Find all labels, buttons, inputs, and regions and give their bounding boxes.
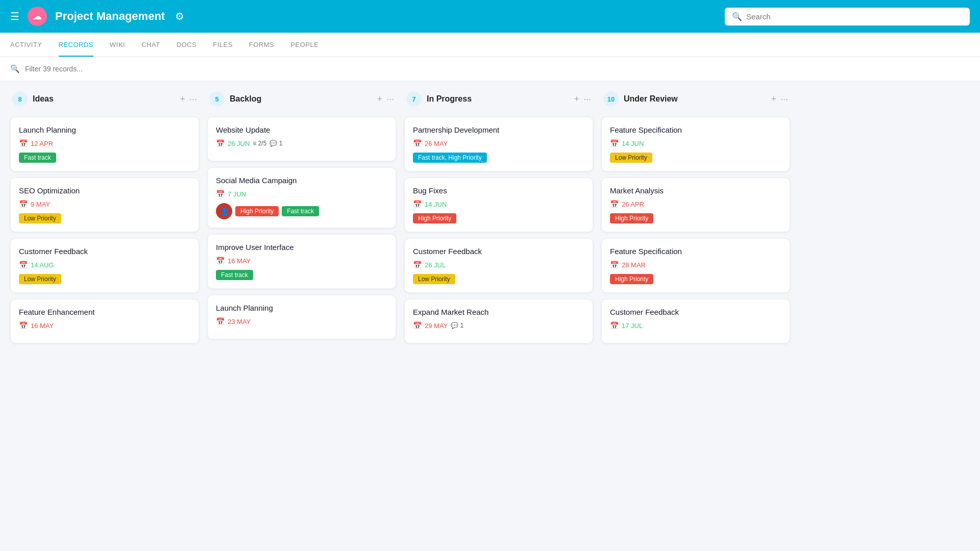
menu-icon[interactable]: ☰	[10, 10, 19, 22]
column-actions-in-progress[interactable]: + ···	[574, 94, 591, 105]
more-options-icon[interactable]: ···	[386, 94, 394, 105]
badge-low-priority: Low Priority	[413, 274, 455, 284]
search-input[interactable]	[746, 12, 963, 21]
tab-files[interactable]: FILES	[213, 33, 233, 57]
card-title: Feature Specification	[610, 247, 781, 256]
tab-docs[interactable]: DOCS	[177, 33, 197, 57]
badge-high-priority: High Priority	[610, 274, 653, 284]
column-title-ideas: Ideas	[33, 94, 175, 104]
add-card-icon[interactable]: +	[180, 94, 185, 105]
column-actions-backlog[interactable]: + ···	[377, 94, 394, 105]
table-row[interactable]: Expand Market Reach 📅 29 MAY 💬 1	[404, 299, 593, 343]
badge-fast-track: Fast track	[282, 206, 319, 216]
date-value: 16 MAY	[228, 257, 251, 265]
table-row[interactable]: Customer Feedback 📅 17 JUL	[601, 299, 790, 343]
card-meta: Low Priority	[19, 213, 190, 223]
table-row[interactable]: Bug Fixes 📅 14 JUN High Priority	[404, 178, 593, 232]
table-row[interactable]: Social Media Campaign 📅 7 JUN 👤 High Pri…	[207, 167, 396, 228]
more-options-icon[interactable]: ···	[780, 94, 788, 105]
date-value: 16 MAY	[31, 322, 54, 330]
card-title: Expand Market Reach	[413, 308, 584, 316]
comment-count: 💬 1	[451, 322, 463, 329]
add-card-icon[interactable]: +	[574, 94, 579, 105]
card-title: Customer Feedback	[413, 247, 584, 256]
card-title: SEO Optimization	[19, 186, 190, 195]
column-count-ideas: 8	[12, 91, 28, 107]
column-actions-under-review[interactable]: + ···	[771, 94, 788, 105]
table-row[interactable]: Customer Feedback 📅 26 JUL Low Priority	[404, 238, 593, 293]
avatar: 👤	[216, 203, 232, 219]
table-row[interactable]: Website Update 📅 26 JUN ≡ 2/5💬 1	[207, 117, 396, 161]
date-value: 28 MAR	[622, 261, 646, 269]
badge-low-priority: Low Priority	[19, 213, 61, 223]
calendar-icon: 📅	[216, 257, 225, 265]
card-date: 📅 26 JUN ≡ 2/5💬 1	[216, 139, 387, 147]
table-row[interactable]: Feature Specification 📅 14 JUN Low Prior…	[601, 117, 790, 171]
calendar-icon: 📅	[19, 321, 28, 330]
date-value: 7 JUN	[228, 190, 246, 198]
card-meta: Low Priority	[19, 274, 190, 284]
more-options-icon[interactable]: ···	[583, 94, 591, 105]
badge-low-priority: Low Priority	[610, 153, 652, 163]
date-value: 9 MAY	[31, 201, 50, 208]
calendar-icon: 📅	[610, 321, 619, 330]
filter-bar: 🔍	[0, 57, 980, 81]
table-row[interactable]: Partnership Development 📅 26 MAY Fast tr…	[404, 117, 593, 171]
add-card-icon[interactable]: +	[771, 94, 776, 105]
column-actions-ideas[interactable]: + ···	[180, 94, 197, 105]
tab-records[interactable]: RECORDS	[59, 33, 94, 57]
card-meta: Low Priority	[610, 153, 781, 163]
search-box[interactable]: 🔍	[725, 8, 970, 26]
card-date: 📅 16 MAY	[216, 257, 387, 265]
card-date: 📅 26 MAY	[413, 139, 584, 147]
app-logo: ☁	[28, 7, 47, 26]
table-row[interactable]: Customer Feedback 📅 14 AUG Low Priority	[10, 238, 199, 293]
card-date: 📅 7 JUN	[216, 190, 387, 198]
tab-wiki[interactable]: WIKI	[110, 33, 125, 57]
calendar-icon: 📅	[19, 200, 28, 208]
table-row[interactable]: Feature Specification 📅 28 MAR High Prio…	[601, 238, 790, 293]
table-row[interactable]: Market Analysis 📅 26 APR High Priority	[601, 178, 790, 232]
settings-icon[interactable]: ⚙	[175, 10, 184, 22]
badge-fast-track-teal: Fast track, High Priority	[413, 153, 487, 163]
column-header-in-progress: 7 In Progress + ···	[404, 91, 593, 111]
card-meta: Fast track	[216, 270, 387, 280]
calendar-icon: 📅	[216, 190, 225, 198]
tab-forms[interactable]: FORMS	[249, 33, 274, 57]
table-row[interactable]: Feature Enhancement 📅 16 MAY	[10, 299, 199, 343]
calendar-icon: 📅	[216, 317, 225, 325]
calendar-icon: 📅	[413, 200, 422, 208]
more-options-icon[interactable]: ···	[189, 94, 197, 105]
tab-chat[interactable]: CHAT	[141, 33, 160, 57]
card-date: 📅 9 MAY	[19, 200, 190, 208]
table-row[interactable]: Launch Planning 📅 23 MAY	[207, 295, 396, 339]
card-date: 📅 17 JUL	[610, 321, 781, 330]
card-meta: High Priority	[610, 274, 781, 284]
column-under-review: 10 Under Review + ··· Feature Specificat…	[601, 91, 790, 539]
add-card-icon[interactable]: +	[377, 94, 382, 105]
card-meta: Fast track	[19, 153, 190, 163]
card-title: Partnership Development	[413, 126, 584, 134]
card-title: Bug Fixes	[413, 186, 584, 195]
tab-people[interactable]: PEOPLE	[290, 33, 318, 57]
card-date: 📅 26 APR	[610, 200, 781, 208]
card-date: 📅 29 MAY 💬 1	[413, 321, 584, 330]
calendar-icon: 📅	[413, 321, 422, 330]
tab-activity[interactable]: ACTIVITY	[10, 33, 42, 57]
table-row[interactable]: Improve User Interface 📅 16 MAY Fast tra…	[207, 234, 396, 289]
date-value: 26 JUN	[228, 140, 250, 147]
card-date: 📅 14 JUN	[610, 139, 781, 147]
date-value: 26 MAY	[425, 140, 448, 147]
card-title: Improve User Interface	[216, 243, 387, 252]
date-value: 14 AUG	[31, 261, 54, 269]
table-row[interactable]: Launch Planning 📅 12 APR Fast track	[10, 117, 199, 171]
column-count-in-progress: 7	[406, 91, 422, 107]
calendar-icon: 📅	[610, 139, 619, 147]
card-date: 📅 23 MAY	[216, 317, 387, 325]
table-row[interactable]: SEO Optimization 📅 9 MAY Low Priority	[10, 178, 199, 232]
filter-input[interactable]	[25, 65, 114, 73]
filter-search-icon: 🔍	[10, 64, 20, 73]
card-title: Launch Planning	[216, 304, 387, 312]
card-date: 📅 12 APR	[19, 139, 190, 147]
card-date: 📅 28 MAR	[610, 261, 781, 269]
